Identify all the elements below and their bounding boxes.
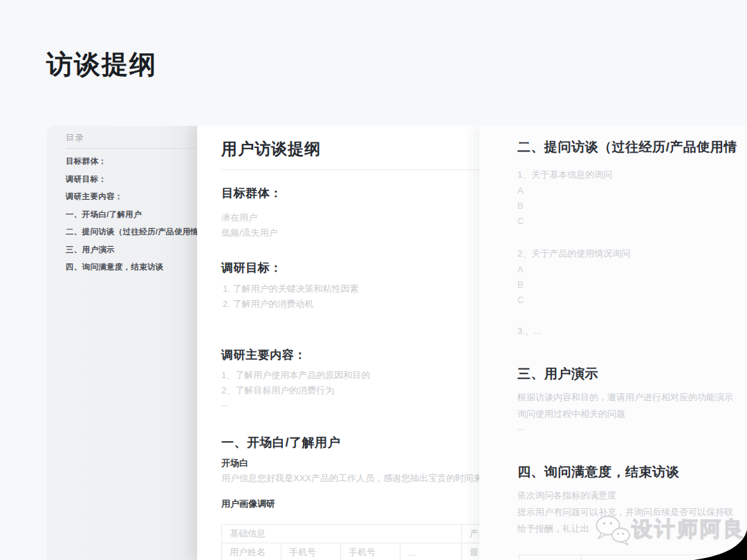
document-page-2: 二、提问访谈（过往经历/产品使用情 1、关于基本信息的询问 A B C 2、关于… [479, 126, 747, 560]
toc-header: 目录 [66, 132, 85, 144]
heading-satisfaction: 四、询问满意度，结束访谈 [517, 463, 679, 481]
question-1-label: 1、关于基本信息的询问 [517, 169, 612, 181]
main-content-ellipsis: ... [221, 398, 229, 409]
main-content-item: 1、了解用户使用本产品的原因和目的 [221, 369, 370, 382]
opening-paragraph: 用户信息您好我是XXX产品的工作人员，感谢您抽出宝贵的时间来参 [221, 472, 479, 485]
table-cell-basic-info: 基础信息 [222, 525, 462, 543]
target-group-line: 潜在用户 [221, 212, 257, 224]
question-2-option: A [517, 264, 524, 274]
toc-item-opening[interactable]: 一、开场白/了解用户 [66, 209, 142, 220]
toc-item-demo[interactable]: 三、用户演示 [66, 245, 115, 255]
question-1-option: C [517, 216, 524, 226]
question-1-option: A [517, 185, 524, 196]
heading-main-content: 调研主要内容： [221, 347, 306, 363]
table-group-row: 基础信息 产品 [222, 525, 480, 543]
table-cell-username: 用户姓名 [222, 543, 282, 560]
demo-line: 根据访谈内容和目的，邀请用户进行相对应的功能演示 [517, 391, 733, 404]
heading-target-group: 目标群体： [221, 185, 282, 201]
heading-opening: 一、开场白/了解用户 [221, 434, 340, 451]
satisfaction-line: 依次询问各指标的满意度 [517, 489, 616, 502]
user-portrait-table: 基础信息 产品 用户姓名 手机号 手机号 ... 最近 [221, 524, 479, 560]
subheading-opening-remarks: 开场白 [221, 457, 248, 469]
research-goal-item: 2. 了解用户的消费动机 [223, 298, 313, 310]
toc-item-research-goal[interactable]: 调研目标： [66, 174, 107, 185]
table-header-row: 用户姓名 手机号 手机号 ... 最近 [222, 543, 480, 560]
document-canvas: 目录 目标群体： 调研目标： 调研主要内容： 一、开场白/了解用户 二、提问访谈… [47, 126, 747, 560]
demo-ellipsis: ... [517, 422, 525, 432]
question-2-label: 2、关于产品的使用情况询问 [517, 248, 630, 260]
table-cell-product: 产品 [462, 525, 480, 543]
heading-questions: 二、提问访谈（过往经历/产品使用情 [517, 138, 737, 156]
question-1-option: B [517, 200, 524, 211]
toc-sidebar: 目录 目标群体： 调研目标： 调研主要内容： 一、开场白/了解用户 二、提问访谈… [47, 126, 197, 560]
corner-swoosh-mark [692, 530, 747, 560]
table-cell-phone: 手机号 [282, 543, 341, 560]
demo-line: 询问使用过程中相关的问题 [517, 408, 625, 420]
table-cell-recent: 最近 [462, 543, 480, 560]
document-title: 用户访谈提纲 [221, 138, 321, 160]
satisfaction-line: 给予报酬，礼让出 [517, 523, 589, 535]
question-3-label: 3.、... [517, 325, 542, 337]
title-divider [221, 169, 479, 170]
wechat-icon [593, 510, 632, 549]
toc-divider [66, 148, 197, 149]
toc-item-target-group[interactable]: 目标群体： [66, 156, 107, 167]
heading-demo: 三、用户演示 [517, 365, 598, 383]
document-page-1: 用户访谈提纲 目标群体： 潜在用户 低频/流失用户 调研目标： 1. 了解用户的… [197, 126, 479, 560]
toc-item-satisfaction[interactable]: 四、询问满意度，结束访谈 [66, 262, 164, 272]
question-2-option: C [517, 295, 524, 305]
main-content-item: 2、了解目标用户的消费行为 [221, 384, 334, 397]
table-cell-ellipsis: ... [400, 543, 462, 560]
target-group-line: 低频/流失用户 [221, 227, 278, 239]
table-cell-phone: 手机号 [341, 543, 400, 560]
question-2-option: B [517, 279, 524, 290]
toc-item-main-content[interactable]: 调研主要内容： [66, 192, 123, 202]
research-goal-item: 1. 了解用户的关键决策和粘性因素 [223, 283, 358, 295]
page-title: 访谈提纲 [46, 47, 157, 82]
subheading-user-portrait: 用户画像调研 [221, 498, 275, 510]
toc-item-questions[interactable]: 二、提问访谈（过往经历/产品使用情况） [66, 227, 215, 237]
heading-research-goal: 调研目标： [221, 260, 282, 276]
